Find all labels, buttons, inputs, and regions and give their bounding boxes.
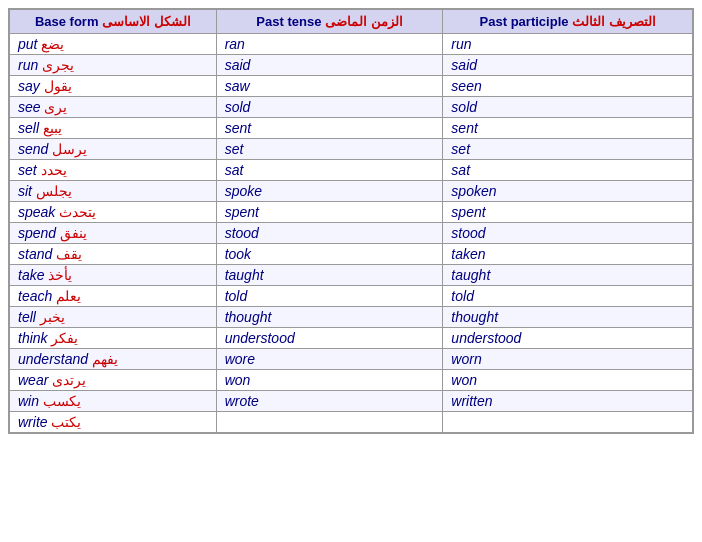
past-tense-cell: thought: [216, 307, 443, 328]
base-form-cell: win يكسب: [9, 391, 216, 412]
base-form-cell: write يكتب: [9, 412, 216, 434]
base-arabic: يخبر: [40, 309, 65, 325]
past-participle-cell: run: [443, 34, 693, 55]
pp-english: stood: [451, 225, 485, 241]
past-participle-cell: sold: [443, 97, 693, 118]
past-english: saw: [225, 78, 250, 94]
base-form-cell: take يأخذ: [9, 265, 216, 286]
table-row: speak يتحدثspentspent: [9, 202, 693, 223]
table-row: send يرسلsetset: [9, 139, 693, 160]
past-tense-cell: set: [216, 139, 443, 160]
header-pp-en: Past participle: [480, 14, 569, 29]
pp-english: seen: [451, 78, 481, 94]
pp-english: understood: [451, 330, 521, 346]
table-row: win يكسبwrotewritten: [9, 391, 693, 412]
past-tense-cell: wrote: [216, 391, 443, 412]
past-english: ran: [225, 36, 245, 52]
table-row: set يحددsatsat: [9, 160, 693, 181]
past-participle-cell: sent: [443, 118, 693, 139]
past-participle-cell: understood: [443, 328, 693, 349]
base-form-cell: spend ينفق: [9, 223, 216, 244]
table-row: think يفكرunderstoodunderstood: [9, 328, 693, 349]
past-participle-cell: said: [443, 55, 693, 76]
pp-english: worn: [451, 351, 481, 367]
past-participle-cell: told: [443, 286, 693, 307]
base-english: put: [18, 36, 37, 52]
base-form-cell: say يقول: [9, 76, 216, 97]
base-form-cell: run يجرى: [9, 55, 216, 76]
header-pp-ar: التصريف الثالث: [572, 14, 656, 29]
base-arabic: يقف: [56, 246, 82, 262]
header-past-en: Past tense: [256, 14, 321, 29]
base-english: sit: [18, 183, 32, 199]
past-english: told: [225, 288, 248, 304]
past-english: sold: [225, 99, 251, 115]
table-row: stand يقفtooktaken: [9, 244, 693, 265]
past-english: wrote: [225, 393, 259, 409]
past-tense-cell: told: [216, 286, 443, 307]
past-tense-cell: sat: [216, 160, 443, 181]
table-row: say يقولsawseen: [9, 76, 693, 97]
base-arabic: يفكر: [51, 330, 78, 346]
pp-english: thought: [451, 309, 498, 325]
base-english: send: [18, 141, 48, 157]
base-arabic: يجرى: [42, 57, 74, 73]
base-arabic: يرسل: [52, 141, 87, 157]
base-english: take: [18, 267, 44, 283]
base-form-cell: see يرى: [9, 97, 216, 118]
past-tense-cell: understood: [216, 328, 443, 349]
table-row: understand يفهمworeworn: [9, 349, 693, 370]
pp-english: set: [451, 141, 470, 157]
base-form-cell: send يرسل: [9, 139, 216, 160]
base-form-cell: set يحدد: [9, 160, 216, 181]
irregular-verbs-table: Base form الشكل الاساسى Past tense الزمن…: [8, 8, 694, 434]
base-arabic: يجلس: [36, 183, 72, 199]
pp-english: told: [451, 288, 474, 304]
past-tense-cell: stood: [216, 223, 443, 244]
base-arabic: يقول: [44, 78, 72, 94]
pp-english: written: [451, 393, 492, 409]
past-english: set: [225, 141, 244, 157]
past-english: stood: [225, 225, 259, 241]
table-row: see يرىsoldsold: [9, 97, 693, 118]
past-english: took: [225, 246, 251, 262]
past-english: sat: [225, 162, 244, 178]
past-participle-cell: spent: [443, 202, 693, 223]
base-arabic: يضع: [41, 36, 64, 52]
pp-english: sat: [451, 162, 470, 178]
base-arabic: ينفق: [60, 225, 87, 241]
base-english: think: [18, 330, 48, 346]
base-english: run: [18, 57, 38, 73]
past-tense-cell: won: [216, 370, 443, 391]
pp-english: taught: [451, 267, 490, 283]
past-english: thought: [225, 309, 272, 325]
pp-english: spoken: [451, 183, 496, 199]
table-row: sell يبيعsentsent: [9, 118, 693, 139]
past-english: wore: [225, 351, 255, 367]
past-english: won: [225, 372, 251, 388]
base-arabic: يعلم: [56, 288, 81, 304]
base-arabic: يرتدى: [52, 372, 86, 388]
past-english: taught: [225, 267, 264, 283]
base-form-cell: tell يخبر: [9, 307, 216, 328]
past-participle-cell: won: [443, 370, 693, 391]
base-form-cell: sit يجلس: [9, 181, 216, 202]
table-row: sit يجلسspokespoken: [9, 181, 693, 202]
base-english: write: [18, 414, 48, 430]
header-base-ar: الشكل الاساسى: [102, 14, 191, 29]
past-participle-cell: spoken: [443, 181, 693, 202]
base-form-cell: understand يفهم: [9, 349, 216, 370]
base-english: spend: [18, 225, 56, 241]
base-arabic: يكسب: [43, 393, 81, 409]
past-tense-cell: sold: [216, 97, 443, 118]
past-participle-cell: [443, 412, 693, 434]
base-english: see: [18, 99, 41, 115]
past-english: understood: [225, 330, 295, 346]
header-base-en: Base form: [35, 14, 99, 29]
table-row: tell يخبرthoughtthought: [9, 307, 693, 328]
table-row: take يأخذtaughttaught: [9, 265, 693, 286]
base-form-cell: teach يعلم: [9, 286, 216, 307]
past-english: sent: [225, 120, 251, 136]
base-arabic: يتحدث: [59, 204, 96, 220]
past-tense-cell: sent: [216, 118, 443, 139]
